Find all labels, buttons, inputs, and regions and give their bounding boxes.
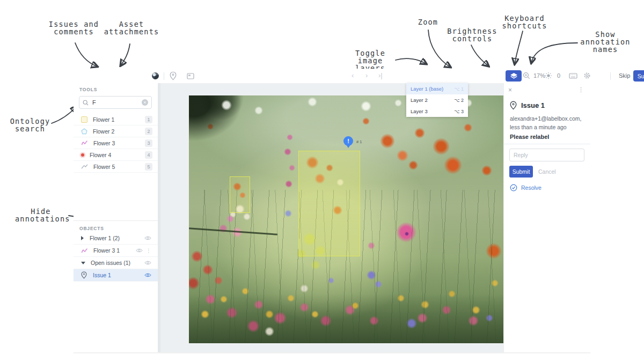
settings-gear-icon[interactable] xyxy=(583,72,591,79)
objects-section-header: OBJECTS xyxy=(79,226,104,231)
object-row-open-issues[interactable]: Open issues (1) xyxy=(74,257,158,269)
brightness-icon[interactable] xyxy=(545,72,552,79)
reply-input[interactable] xyxy=(509,149,584,161)
callout-keyboard: Keyboard shortcuts xyxy=(499,14,550,29)
hotkey-badge: 3 xyxy=(145,139,152,147)
hotkey-badge: 1 xyxy=(145,116,152,123)
layers-dropdown-menu: Layer 1 (base) ⌥ 1 Layer 2 ⌥ 2 Layer 3 ⌥… xyxy=(406,83,468,117)
object-row-flower1-group[interactable]: Flower 1 (2) xyxy=(74,232,158,245)
toolbar-divider xyxy=(164,72,164,80)
annotation-bbox-small[interactable] xyxy=(230,176,250,213)
tool-item-flower1[interactable]: Flower 1 1 xyxy=(74,114,158,125)
callout-hide-annotations: Hide annotations xyxy=(15,208,67,223)
clear-search-icon[interactable]: × xyxy=(142,99,148,106)
close-icon[interactable]: × xyxy=(508,86,512,94)
object-label: Issue 1 xyxy=(93,272,111,278)
eye-visibility-icon[interactable] xyxy=(144,272,151,278)
layer-shortcut: ⌥ 2 xyxy=(454,98,464,103)
eye-visibility-icon[interactable] xyxy=(144,235,151,241)
brightness-value[interactable]: 0 xyxy=(557,72,560,79)
callout-zoom: Zoom xyxy=(413,18,443,26)
nav-next-icon[interactable]: › xyxy=(365,71,368,79)
panel-divider xyxy=(504,144,590,144)
tool-label: Flower 5 xyxy=(93,164,115,170)
nav-last-icon[interactable]: ›| xyxy=(378,71,383,79)
object-row-flower3-1[interactable]: Flower 3 1 ⋮ xyxy=(74,245,158,257)
reply-cancel-button[interactable]: Cancel xyxy=(538,168,556,175)
bounding-box-tool-icon xyxy=(81,116,87,123)
object-label: Flower 1 (2) xyxy=(90,235,120,241)
zoom-level-value[interactable]: 17% xyxy=(533,72,545,79)
skip-button[interactable]: Skip xyxy=(619,72,630,79)
objects-list: Flower 1 (2) Flower 3 1 ⋮ Open issues (1… xyxy=(74,232,158,282)
issue-title: Issue 1 xyxy=(521,101,545,109)
layer-menu-item-2[interactable]: Layer 2 ⌥ 2 xyxy=(406,94,468,106)
toolbar-divider xyxy=(610,72,611,80)
tool-item-flower2[interactable]: Flower 2 2 xyxy=(74,125,158,137)
nav-prev-icon[interactable]: ‹ xyxy=(352,71,354,79)
submit-button[interactable]: Submit xyxy=(633,70,644,82)
tools-list: Flower 1 1 Flower 2 2 Flower 3 3 Flower … xyxy=(74,114,158,173)
object-label: Flower 3 1 xyxy=(93,247,120,254)
polyline-tool-icon xyxy=(81,164,88,169)
layer-shortcut: ⌥ 3 xyxy=(454,109,464,114)
scribble-tool-icon xyxy=(81,140,88,146)
tools-section-header: TOOLS xyxy=(79,87,97,92)
layers-icon xyxy=(510,72,518,79)
tool-label: Flower 1 xyxy=(93,116,114,123)
layer-label: Layer 1 (base) xyxy=(411,86,443,92)
search-input[interactable] xyxy=(91,99,136,106)
panel-menu-icon[interactable]: ⋮ xyxy=(578,86,584,93)
canvas-workspace[interactable]: ! # 1 xyxy=(160,83,503,352)
left-sidebar: TOOLS × Flower 1 1 Flower 2 2 Flower 3 3… xyxy=(74,83,158,352)
tool-label: Flower 3 xyxy=(93,140,115,146)
issue-pin-icon xyxy=(510,101,517,112)
reply-submit-button[interactable]: Submit xyxy=(509,166,533,178)
hotkey-badge: 4 xyxy=(145,151,152,159)
issue-body: Please relabel xyxy=(510,134,549,140)
layer-shortcut: ⌥ 1 xyxy=(454,86,464,92)
layer-menu-item-1[interactable]: Layer 1 (base) ⌥ 1 xyxy=(406,83,468,94)
callout-asset-attachments: Asset attachments xyxy=(99,20,164,35)
expander-collapsed-icon[interactable] xyxy=(81,236,84,240)
zoom-in-icon[interactable] xyxy=(523,72,530,79)
resolve-label: Resolve xyxy=(521,184,541,191)
expander-expanded-icon[interactable] xyxy=(81,262,85,264)
search-icon xyxy=(83,100,89,106)
asset-image-flower-field[interactable]: ! # 1 xyxy=(189,95,503,343)
hotkey-badge: 2 xyxy=(145,128,152,135)
issue-marker-pin[interactable]: ! xyxy=(343,136,353,146)
callout-show-annotation-names: Show annotation names xyxy=(579,31,632,54)
layer-label: Layer 2 xyxy=(411,97,428,103)
tool-item-flower3[interactable]: Flower 3 3 xyxy=(74,137,158,149)
page: { "accent_color": "#3d5fc6", "selection_… xyxy=(0,0,644,362)
ontology-search-box[interactable]: × xyxy=(79,96,152,109)
annotation-bbox-large[interactable] xyxy=(298,151,360,256)
asset-attachments-icon[interactable] xyxy=(187,73,194,79)
hotkey-badge: 5 xyxy=(145,163,152,171)
issue-marker-label: # 1 xyxy=(356,139,362,144)
toolbar: ‹ › ›| 17% 0 Skip Submit xyxy=(74,69,590,83)
resolve-button[interactable]: Resolve xyxy=(510,184,541,191)
callout-brightness: Brightness controls xyxy=(445,27,499,42)
issue-pin-icon xyxy=(81,271,87,279)
keyboard-icon[interactable] xyxy=(569,73,577,79)
scribble-tool-icon xyxy=(81,248,88,254)
callout-ontology-search: Ontology search xyxy=(6,117,54,132)
tool-item-flower5[interactable]: Flower 5 5 xyxy=(74,161,158,173)
object-row-issue1[interactable]: Issue 1 xyxy=(74,269,158,282)
eye-visibility-icon[interactable] xyxy=(144,260,151,265)
tool-label: Flower 2 xyxy=(93,128,114,135)
issues-pin-icon[interactable] xyxy=(170,71,177,80)
toggle-layers-button[interactable] xyxy=(506,70,522,82)
object-label: Open issues (1) xyxy=(91,260,130,266)
tool-label: Flower 4 xyxy=(90,152,111,158)
row-menu-icon[interactable]: ⋮ xyxy=(146,248,151,254)
back-globe-icon[interactable] xyxy=(152,72,159,79)
issue-meta: alexandra+1@labelbox.com, less than a mi… xyxy=(510,114,585,132)
point-tool-icon xyxy=(81,153,84,157)
eye-visibility-icon[interactable] xyxy=(136,248,143,253)
layer-menu-item-3[interactable]: Layer 3 ⌥ 3 xyxy=(406,106,468,117)
tool-item-flower4[interactable]: Flower 4 4 xyxy=(74,149,158,161)
polygon-tool-icon xyxy=(81,128,87,135)
